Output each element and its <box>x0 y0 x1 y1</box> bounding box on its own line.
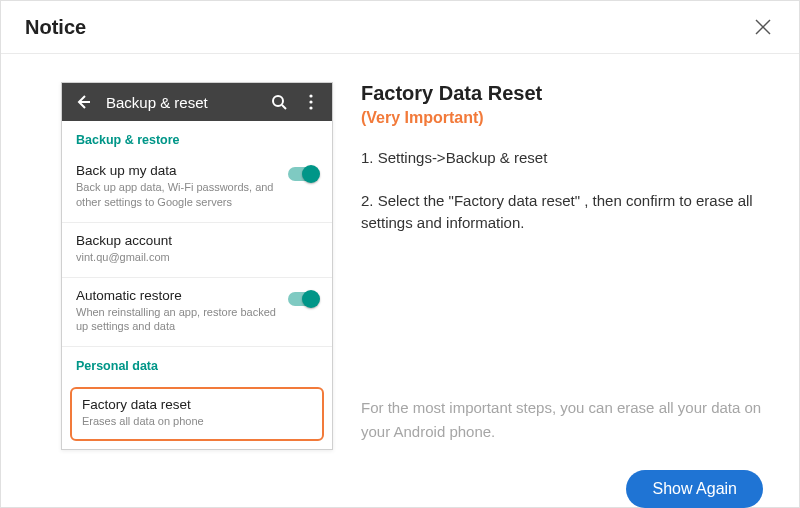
step-2: 2. Select the "Factory data reset" , the… <box>361 190 763 235</box>
svg-point-5 <box>309 94 312 97</box>
toggle-on-icon <box>288 292 318 306</box>
svg-point-6 <box>309 100 312 103</box>
close-button[interactable] <box>751 15 775 39</box>
row-sub: Erases all data on phone <box>82 414 312 429</box>
row-title: Automatic restore <box>76 288 278 303</box>
row-sub: When reinstalling an app, restore backed… <box>76 305 278 335</box>
row-backup-account: Backup account vint.qu@gmail.com <box>62 223 332 278</box>
footnote: For the most important steps, you can er… <box>361 396 763 450</box>
toggle-on-icon <box>288 167 318 181</box>
row-title: Back up my data <box>76 163 278 178</box>
show-again-button[interactable]: Show Again <box>626 470 763 508</box>
dialog-title: Notice <box>25 16 86 39</box>
info-panel: Factory Data Reset (Very Important) 1. S… <box>361 82 763 450</box>
more-icon <box>302 93 320 111</box>
appbar: Backup & reset <box>62 83 332 121</box>
dialog-actions: Show Again <box>1 470 799 508</box>
info-heading: Factory Data Reset <box>361 82 763 105</box>
row-sub: vint.qu@gmail.com <box>76 250 318 265</box>
info-subheading: (Very Important) <box>361 109 763 127</box>
dialog-body: Backup & reset Backup & restore Back up … <box>1 54 799 470</box>
svg-point-7 <box>309 106 312 109</box>
row-title: Factory data reset <box>82 397 312 412</box>
row-factory-reset-highlight: Factory data reset Erases all data on ph… <box>70 387 324 441</box>
svg-point-3 <box>273 96 283 106</box>
step-1: 1. Settings->Backup & reset <box>361 147 763 170</box>
appbar-title: Backup & reset <box>106 94 256 111</box>
row-auto-restore: Automatic restore When reinstalling an a… <box>62 278 332 348</box>
section-backup-restore: Backup & restore <box>62 121 332 153</box>
svg-line-4 <box>282 105 286 109</box>
row-title: Backup account <box>76 233 318 248</box>
close-icon <box>754 18 772 36</box>
row-backup-data: Back up my data Back up app data, Wi-Fi … <box>62 153 332 223</box>
back-icon <box>74 93 92 111</box>
search-icon <box>270 93 288 111</box>
section-personal-data: Personal data <box>62 347 332 379</box>
notice-dialog: Notice Backup & reset Backup & re <box>0 0 800 508</box>
phone-screenshot: Backup & reset Backup & restore Back up … <box>61 82 333 450</box>
dialog-header: Notice <box>1 1 799 54</box>
row-sub: Back up app data, Wi-Fi passwords, and o… <box>76 180 278 210</box>
